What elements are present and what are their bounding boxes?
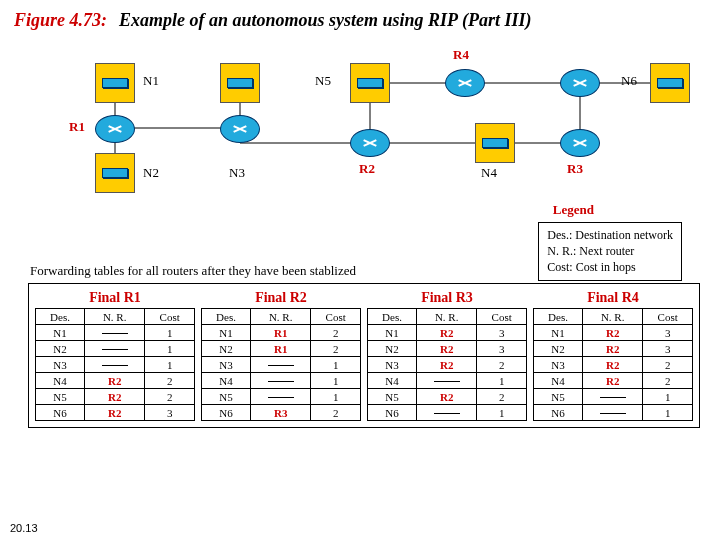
table-title: Final R4 [533, 290, 693, 306]
table-row: N5R22 [368, 389, 527, 405]
host-n1 [95, 63, 135, 103]
label-n5: N5 [315, 73, 331, 89]
page-number: 20.13 [10, 522, 38, 534]
router-n6-bridge [560, 69, 600, 97]
table-row: N41 [368, 373, 527, 389]
routing-table: Des.N. R.CostN1R23N2R23N3R22N41N5R22N61 [367, 308, 527, 421]
router-r2 [350, 129, 390, 157]
table-row: N6R32 [202, 405, 361, 421]
routing-table: Des.N. R.CostN1R23N2R23N3R22N4R22N51N61 [533, 308, 693, 421]
table-row: N41 [202, 373, 361, 389]
figure-caption: Example of an autonomous system using RI… [119, 10, 531, 30]
table-row: N51 [534, 389, 693, 405]
figure-title: Figure 4.73: Example of an autonomous sy… [0, 0, 720, 35]
col-des: Des. [368, 309, 417, 325]
col-cost: Cost [311, 309, 361, 325]
host-n5 [350, 63, 390, 103]
legend-title: Legend [553, 202, 594, 218]
label-r2: R2 [359, 161, 375, 177]
legend-line-nr: N. R.: Next router [547, 243, 673, 259]
figure-number: Figure 4.73: [14, 10, 107, 30]
host-n6 [650, 63, 690, 103]
router-r1 [95, 115, 135, 143]
forwarding-tables: Final R1Des.N. R.CostN11N21N31N4R22N5R22… [28, 283, 700, 428]
col-des: Des. [202, 309, 251, 325]
table-row: N3R22 [368, 357, 527, 373]
routing-table: Des.N. R.CostN1R12N2R12N31N41N51N6R32 [201, 308, 361, 421]
table-row: N11 [36, 325, 195, 341]
col-cost: Cost [477, 309, 527, 325]
table-row: N51 [202, 389, 361, 405]
table-title: Final R2 [201, 290, 361, 306]
table: Final R2Des.N. R.CostN1R12N2R12N31N41N51… [201, 290, 361, 421]
col-cost: Cost [643, 309, 693, 325]
table-row: N2R23 [368, 341, 527, 357]
col-nr: N. R. [417, 309, 477, 325]
label-r1: R1 [69, 119, 85, 135]
table-row: N21 [36, 341, 195, 357]
host-n3-top [220, 63, 260, 103]
router-r3 [560, 129, 600, 157]
table: Final R4Des.N. R.CostN1R23N2R23N3R22N4R2… [533, 290, 693, 421]
router-r4 [445, 69, 485, 97]
label-n2: N2 [143, 165, 159, 181]
legend-box: Des.: Destination network N. R.: Next ro… [538, 222, 682, 281]
router-n3-bridge [220, 115, 260, 143]
table-row: N1R23 [368, 325, 527, 341]
table-row: N4R22 [534, 373, 693, 389]
col-nr: N. R. [251, 309, 311, 325]
table: Final R3Des.N. R.CostN1R23N2R23N3R22N41N… [367, 290, 527, 421]
host-n2 [95, 153, 135, 193]
label-n4: N4 [481, 165, 497, 181]
legend-line-des: Des.: Destination network [547, 227, 673, 243]
table-title: Final R1 [35, 290, 195, 306]
table-row: N3R22 [534, 357, 693, 373]
table: Final R1Des.N. R.CostN11N21N31N4R22N5R22… [35, 290, 195, 421]
col-nr: N. R. [85, 309, 145, 325]
table-row: N31 [202, 357, 361, 373]
table-row: N1R12 [202, 325, 361, 341]
col-des: Des. [36, 309, 85, 325]
table-row: N6R23 [36, 405, 195, 421]
table-row: N2R12 [202, 341, 361, 357]
legend-line-cost: Cost: Cost in hops [547, 259, 673, 275]
routing-table: Des.N. R.CostN11N21N31N4R22N5R22N6R23 [35, 308, 195, 421]
table-row: N2R23 [534, 341, 693, 357]
label-n6: N6 [621, 73, 637, 89]
col-cost: Cost [145, 309, 195, 325]
table-row: N61 [534, 405, 693, 421]
label-r4: R4 [453, 47, 469, 63]
table-row: N1R23 [534, 325, 693, 341]
col-des: Des. [534, 309, 583, 325]
table-row: N5R22 [36, 389, 195, 405]
table-row: N31 [36, 357, 195, 373]
col-nr: N. R. [583, 309, 643, 325]
table-title: Final R3 [367, 290, 527, 306]
label-n1: N1 [143, 73, 159, 89]
table-row: N4R22 [36, 373, 195, 389]
label-n3: N3 [229, 165, 245, 181]
label-r3: R3 [567, 161, 583, 177]
table-row: N61 [368, 405, 527, 421]
host-n4 [475, 123, 515, 163]
network-diagram: N1 R1 N2 N3 N5 R2 R4 N4 R3 N6 [15, 43, 705, 203]
